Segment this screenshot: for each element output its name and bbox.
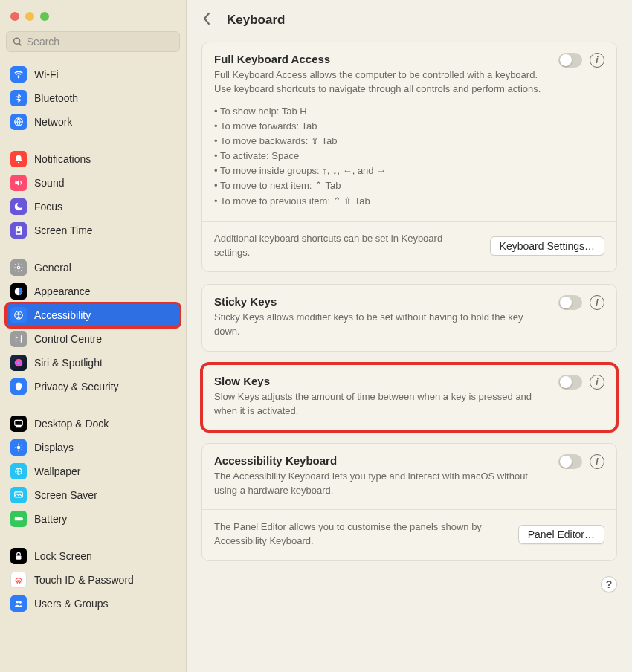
general-icon bbox=[10, 259, 27, 276]
sidebar-item-sound[interactable]: Sound bbox=[6, 171, 180, 195]
accessibility-keyboard-title: Accessibility Keyboard bbox=[214, 454, 551, 467]
sidebar-item-touchid[interactable]: Touch ID & Password bbox=[6, 568, 180, 592]
full-keyboard-access-info-button[interactable]: i bbox=[590, 53, 604, 68]
desktop-icon bbox=[10, 416, 27, 432]
shortcut-hint: • To move inside groups: ↑, ↓, ←, and → bbox=[214, 164, 604, 178]
svg-point-20 bbox=[19, 601, 22, 604]
sidebar-item-access[interactable]: Accessibility bbox=[6, 303, 180, 327]
sidebar-item-bt[interactable]: Bluetooth bbox=[6, 86, 180, 110]
wifi-icon bbox=[10, 66, 27, 83]
sidebar-item-siri[interactable]: Siri & Spotlight bbox=[6, 351, 180, 375]
sidebar-item-label: Displays bbox=[34, 442, 74, 453]
sticky-keys-info-button[interactable]: i bbox=[590, 295, 604, 310]
bt-icon bbox=[10, 90, 27, 106]
minimize-button[interactable] bbox=[25, 12, 34, 21]
svg-rect-17 bbox=[22, 518, 23, 520]
net-icon bbox=[10, 114, 27, 130]
sidebar: Wi-FiBluetoothNetworkNotificationsSoundF… bbox=[0, 0, 187, 672]
slow-keys-section: Slow Keys Slow Keys adjusts the amount o… bbox=[202, 364, 616, 430]
sidebar-item-focus[interactable]: Focus bbox=[6, 195, 180, 219]
svg-point-4 bbox=[18, 227, 19, 228]
svg-point-19 bbox=[16, 601, 19, 604]
sticky-keys-toggle[interactable] bbox=[558, 295, 582, 310]
sidebar-item-battery[interactable]: Battery bbox=[6, 507, 180, 531]
full-keyboard-access-section: Full Keyboard Access Full Keyboard Acces… bbox=[202, 42, 616, 221]
svg-rect-5 bbox=[17, 231, 21, 233]
sidebar-item-label: Notifications bbox=[34, 153, 91, 165]
sidebar-item-appearance[interactable]: Appearance bbox=[6, 280, 180, 303]
sidebar-item-net[interactable]: Network bbox=[6, 110, 180, 134]
full-keyboard-shortcuts-list: • To show help: Tab H• To move forwards:… bbox=[214, 104, 604, 209]
accessibility-keyboard-footer: The Panel Editor allows you to customise… bbox=[202, 509, 616, 560]
users-icon bbox=[10, 595, 27, 612]
appearance-icon bbox=[10, 283, 27, 300]
sidebar-item-label: Siri & Spotlight bbox=[34, 357, 103, 369]
content: Full Keyboard Access Full Keyboard Acces… bbox=[187, 37, 632, 573]
panel-editor-hint: The Panel Editor allows you to customise… bbox=[214, 520, 509, 549]
window-controls bbox=[0, 0, 186, 28]
sidebar-item-label: Sound bbox=[34, 177, 64, 189]
svg-point-0 bbox=[14, 38, 20, 44]
full-keyboard-access-toggle[interactable] bbox=[558, 53, 582, 68]
sidebar-item-label: Wi-Fi bbox=[34, 68, 59, 80]
sidebar-item-label: Accessibility bbox=[34, 309, 91, 321]
full-keyboard-access-desc: Full Keyboard Access allows the computer… bbox=[214, 68, 551, 97]
sidebar-item-lock[interactable]: Lock Screen bbox=[6, 544, 180, 568]
svg-point-9 bbox=[18, 312, 19, 314]
sidebar-item-wallpaper[interactable]: Wallpaper bbox=[6, 459, 180, 483]
shortcut-hint: • To move backwards: ⇧ Tab bbox=[214, 134, 604, 149]
sidebar-item-label: Touch ID & Password bbox=[34, 574, 134, 586]
sidebar-item-privacy[interactable]: Privacy & Security bbox=[6, 375, 180, 398]
control-icon bbox=[10, 331, 27, 347]
displays-icon bbox=[10, 439, 27, 456]
sidebar-item-ssaver[interactable]: Screen Saver bbox=[6, 483, 180, 507]
sidebar-item-general[interactable]: General bbox=[6, 256, 180, 280]
touchid-icon bbox=[10, 572, 27, 588]
sidebar-nav[interactable]: Wi-FiBluetoothNetworkNotificationsSoundF… bbox=[0, 59, 186, 672]
slow-keys-toggle[interactable] bbox=[558, 375, 582, 390]
focus-icon bbox=[10, 198, 27, 215]
ssaver-icon bbox=[10, 487, 27, 503]
svg-rect-12 bbox=[16, 427, 21, 427]
accessibility-keyboard-desc: The Accessibility Keyboard lets you type… bbox=[214, 470, 551, 498]
sound-icon bbox=[10, 175, 27, 191]
sidebar-item-control[interactable]: Control Centre bbox=[6, 327, 180, 351]
sidebar-item-wifi[interactable]: Wi-Fi bbox=[6, 62, 180, 86]
sidebar-item-label: Screen Time bbox=[34, 224, 93, 236]
access-icon bbox=[10, 307, 27, 323]
sidebar-item-label: Screen Saver bbox=[34, 489, 97, 501]
svg-rect-11 bbox=[15, 420, 23, 425]
slow-keys-info-button[interactable]: i bbox=[590, 375, 604, 390]
sidebar-item-desktop[interactable]: Desktop & Dock bbox=[6, 412, 180, 436]
sidebar-item-screentime[interactable]: Screen Time bbox=[6, 219, 180, 242]
back-button[interactable] bbox=[200, 10, 215, 30]
svg-rect-18 bbox=[16, 555, 22, 559]
shortcut-hint: • To move to next item: ⌃ Tab bbox=[214, 178, 604, 193]
svg-rect-16 bbox=[15, 517, 22, 521]
accessibility-keyboard-section: Accessibility Keyboard The Accessibility… bbox=[202, 444, 616, 510]
accessibility-keyboard-toggle[interactable] bbox=[558, 454, 582, 469]
sidebar-item-displays[interactable]: Displays bbox=[6, 436, 180, 459]
full-keyboard-access-title: Full Keyboard Access bbox=[214, 53, 551, 65]
search-box[interactable] bbox=[6, 31, 180, 52]
svg-point-1 bbox=[18, 77, 19, 78]
sidebar-item-label: Users & Groups bbox=[34, 598, 109, 610]
accessibility-keyboard-info-button[interactable]: i bbox=[590, 454, 604, 469]
notif-icon bbox=[10, 151, 27, 167]
panel-editor-button[interactable]: Panel Editor… bbox=[518, 525, 604, 544]
sticky-keys-title: Sticky Keys bbox=[214, 295, 551, 308]
help-button[interactable]: ? bbox=[601, 576, 617, 592]
sidebar-item-label: Network bbox=[34, 116, 72, 128]
full-keyboard-footer: Additional keyboard shortcuts can be set… bbox=[202, 221, 616, 272]
sidebar-item-users[interactable]: Users & Groups bbox=[6, 592, 180, 616]
keyboard-settings-button[interactable]: Keyboard Settings… bbox=[490, 236, 604, 256]
sticky-keys-section: Sticky Keys Sticky Keys allows modifier … bbox=[202, 285, 616, 351]
search-input[interactable] bbox=[27, 36, 173, 48]
maximize-button[interactable] bbox=[40, 12, 49, 21]
close-button[interactable] bbox=[10, 12, 19, 21]
page-title: Keyboard bbox=[227, 13, 285, 28]
lock-icon bbox=[10, 548, 27, 564]
search-container bbox=[0, 28, 186, 59]
privacy-icon bbox=[10, 378, 27, 395]
sidebar-item-notif[interactable]: Notifications bbox=[6, 147, 180, 171]
